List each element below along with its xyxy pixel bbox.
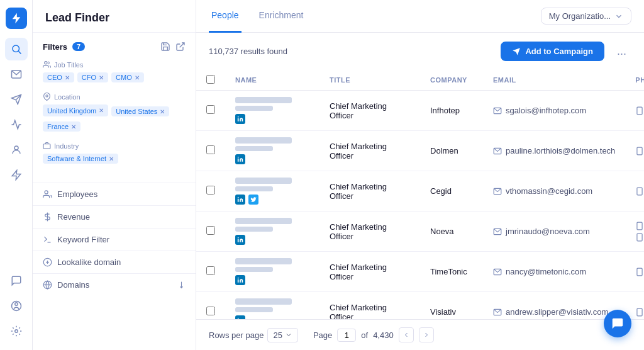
linkedin-icon-2[interactable]	[235, 195, 245, 205]
linkedin-icon-0[interactable]	[235, 114, 245, 124]
table-row: Chief Marketing OfficerVisiativ andrew.s…	[196, 292, 644, 320]
row-checkbox-0[interactable]	[206, 105, 215, 114]
nav-user[interactable]	[5, 138, 28, 161]
filter-tag-france[interactable]: France ✕	[43, 121, 80, 132]
email-value-0: sgalois@infhotep.com	[506, 106, 586, 115]
nav-profile[interactable]	[5, 295, 28, 317]
remove-cfo-tag[interactable]: ✕	[99, 74, 104, 81]
email-cell-0: sgalois@infhotep.com	[483, 91, 625, 131]
row-checkbox-3[interactable]	[206, 226, 215, 235]
person-name-blur-5	[235, 298, 292, 305]
filter-tag-uk[interactable]: United Kingdom ✕	[43, 104, 108, 116]
email-value-5: andrew.slipper@visiativ.com	[506, 307, 608, 317]
save-filter-icon[interactable]	[160, 42, 170, 52]
phone-icon-5	[635, 308, 644, 317]
title-cell-0: Chief Marketing Officer	[319, 91, 420, 131]
svg-line-10	[180, 43, 184, 47]
nav-settings[interactable]	[5, 320, 28, 342]
row-checkbox-2[interactable]	[206, 186, 215, 195]
filter-tag-software[interactable]: Software & Internet ✕	[43, 154, 118, 164]
filters-label: Filters	[43, 42, 67, 52]
filter-tag-cfo[interactable]: CFO ✕	[77, 72, 108, 82]
phone-cell-2: +33 81...	[625, 171, 644, 212]
tab-people[interactable]: People	[209, 0, 242, 33]
page-number-input[interactable]	[337, 329, 356, 342]
svg-point-26	[238, 157, 239, 158]
nav-send[interactable]	[5, 88, 28, 111]
nav-automation[interactable]	[5, 164, 28, 186]
phone-icon-3	[635, 222, 644, 230]
email-cell-5: andrew.slipper@visiativ.com	[483, 292, 625, 320]
table-row: Chief Marketing OfficerNoeva jmrinaudo@n…	[196, 212, 644, 252]
linkedin-icon-4[interactable]	[235, 275, 245, 285]
linkedin-icon-3[interactable]	[235, 235, 245, 245]
remove-ceo-tag[interactable]: ✕	[65, 74, 70, 81]
person-subname-blur-1	[235, 146, 273, 151]
row-checkbox-5[interactable]	[206, 307, 215, 315]
lookalike-filter-row[interactable]: Lookalike domain	[33, 251, 196, 273]
remove-software-tag[interactable]: ✕	[109, 155, 114, 162]
filter-tag-us[interactable]: United States ✕	[111, 106, 169, 116]
remove-uk-tag[interactable]: ✕	[99, 107, 104, 114]
svg-point-29	[238, 197, 239, 198]
chat-fab-button[interactable]	[604, 310, 631, 337]
row-checkbox-4[interactable]	[206, 266, 215, 275]
linkedin-icon-1[interactable]	[235, 154, 245, 164]
remove-cmo-tag[interactable]: ✕	[135, 74, 140, 81]
rows-per-page-control: Rows per page 25	[209, 328, 298, 342]
nav-chat[interactable]	[5, 269, 28, 292]
revenue-filter-row[interactable]: Revenue	[33, 205, 196, 228]
prev-page-button[interactable]	[399, 327, 414, 342]
nav-search[interactable]	[5, 38, 28, 60]
location-filter: Location United Kingdom ✕ United States …	[43, 93, 186, 132]
of-label: of	[361, 330, 368, 340]
filters-header: Filters 7	[43, 42, 186, 52]
name-cell-5	[225, 292, 319, 320]
svg-marker-6	[12, 171, 21, 180]
filters-section: Filters 7 Job Titles CEO ✕ CFO ✕	[33, 33, 196, 183]
more-options-button[interactable]: ...	[612, 42, 631, 60]
domains-filter-row[interactable]: Domains	[33, 273, 196, 296]
social-icons-4	[235, 275, 309, 285]
next-page-button[interactable]	[419, 327, 434, 342]
svg-point-32	[238, 237, 239, 239]
nav-mail[interactable]	[5, 63, 28, 86]
svg-rect-31	[637, 188, 642, 195]
table-header-row: NAME TITLE COMPANY EMAIL PHONE NUMBER	[196, 70, 644, 91]
content-toolbar: 110,737 results found Add to Campaign ..…	[196, 33, 644, 70]
remove-us-tag[interactable]: ✕	[160, 108, 165, 115]
twitter-icon-2[interactable]	[248, 195, 258, 205]
export-filter-icon[interactable]	[175, 42, 186, 52]
company-cell-0: Infhotep	[420, 91, 483, 131]
table-row: Chief Marketing OfficerCegid vthomassin@…	[196, 171, 644, 212]
app-logo[interactable]	[6, 8, 27, 29]
chevron-right-icon	[423, 331, 430, 339]
company-cell-3: Noeva	[420, 212, 483, 252]
title-cell-2: Chief Marketing Officer	[319, 171, 420, 212]
svg-point-12	[46, 95, 48, 97]
remove-france-tag[interactable]: ✕	[71, 123, 76, 130]
row-checkbox-1[interactable]	[206, 145, 215, 154]
filter-tag-ceo[interactable]: CEO ✕	[43, 72, 74, 82]
svg-line-1	[18, 51, 21, 54]
top-nav: People Enrichment My Organizatio...	[196, 0, 644, 33]
company-cell-5: Visiativ	[420, 292, 483, 320]
tab-enrichment[interactable]: Enrichment	[257, 0, 306, 33]
col-email: EMAIL	[483, 70, 625, 91]
phone-cell-0: +33 1 5...	[625, 91, 644, 131]
org-selector[interactable]: My Organizatio...	[541, 8, 631, 25]
page-label: Page	[313, 330, 332, 340]
rows-per-page-select[interactable]: 25	[267, 328, 297, 342]
add-campaign-button[interactable]: Add to Campaign	[501, 42, 604, 61]
person-subname-blur-5	[235, 307, 273, 312]
filter-tag-cmo[interactable]: CMO ✕	[111, 72, 144, 82]
nav-analytics[interactable]	[5, 113, 28, 136]
email-icon-0	[493, 106, 502, 115]
select-all-checkbox[interactable]	[206, 75, 215, 84]
col-company: COMPANY	[420, 70, 483, 91]
results-table: NAME TITLE COMPANY EMAIL PHONE NUMBER Ch…	[196, 70, 644, 319]
person-name-blur-2	[235, 178, 292, 184]
person-subname-blur-3	[235, 227, 273, 232]
employees-filter-row[interactable]: Employees	[33, 183, 196, 205]
keyword-filter-row[interactable]: Keyword Filter	[33, 228, 196, 251]
